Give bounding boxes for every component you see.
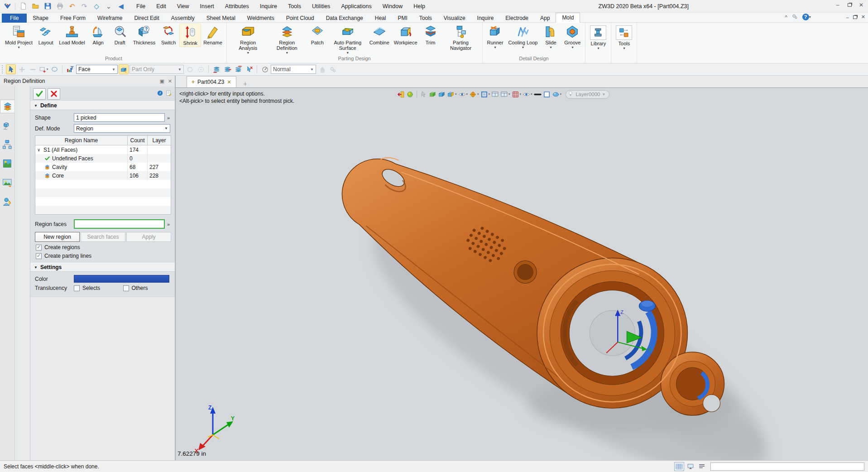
checkbox-icon[interactable] [36, 253, 42, 259]
workpiece-button[interactable]: Workpiece [392, 24, 420, 46]
pick-last-icon[interactable] [244, 64, 254, 74]
info-icon[interactable]: i [157, 90, 163, 98]
ribbon-tab-sheet-metal[interactable]: Sheet Metal [201, 14, 241, 23]
ribbon-tab-weldments[interactable]: Weldments [241, 14, 280, 23]
pick-gimbal-icon[interactable] [196, 64, 206, 74]
show-hide-icon[interactable]: ▾ [458, 90, 468, 99]
region-manager-icon[interactable] [0, 100, 14, 113]
region-faces-options-icon[interactable]: » [165, 222, 172, 227]
print-icon[interactable] [55, 2, 64, 11]
insert-last-icon[interactable] [233, 64, 243, 74]
menu-insert[interactable]: Insert [196, 2, 219, 11]
ribbon-tab-mold[interactable]: Mold [556, 13, 580, 23]
combine-button[interactable]: Combine [367, 24, 392, 46]
view-selector-icon[interactable]: ◇ [92, 2, 101, 11]
draft-button[interactable]: Draft [109, 24, 131, 46]
shape-input[interactable]: 1 picked [74, 113, 165, 122]
minimize-icon[interactable]: – [834, 2, 841, 8]
graphics-area[interactable]: Z Y <right-click> for entity input optio… [176, 87, 868, 460]
filter-icon[interactable] [65, 64, 75, 74]
zoom-window-icon[interactable] [491, 90, 499, 99]
ribbon-tab-data-exchange[interactable]: Data Exchange [320, 14, 369, 23]
appearance-icon[interactable]: ▾ [552, 90, 562, 99]
checkbox-icon[interactable] [123, 285, 129, 291]
menu-edit[interactable]: Edit [152, 2, 171, 11]
back-icon[interactable]: ◀ [116, 2, 125, 11]
open-file-icon[interactable] [31, 2, 40, 11]
new-tab-button[interactable]: + [241, 80, 250, 87]
lasso-pick-icon[interactable] [49, 64, 59, 74]
cooling-loop-button[interactable]: Cooling Loop▾ [506, 24, 540, 50]
menu-help[interactable]: Help [409, 2, 430, 11]
patch-button[interactable]: Patch [307, 24, 328, 46]
pick-arrow-icon[interactable] [6, 64, 16, 74]
menu-attributes[interactable]: Attributes [221, 2, 254, 11]
close-icon[interactable]: ✕ [858, 2, 864, 8]
define-section-header[interactable]: ▼ Define [30, 101, 175, 110]
table-row-s1-all-faces-[interactable]: ∨S1 (All Faces)174 [35, 145, 171, 154]
doc-close-icon[interactable]: ✕ [861, 14, 865, 20]
status-input[interactable] [710, 462, 864, 471]
parting-navigator-button[interactable]: Parting Navigator [441, 24, 480, 52]
apply-button[interactable]: Apply [126, 232, 171, 242]
region-color-swatch[interactable] [74, 275, 169, 283]
visibility-icon[interactable]: ▾ [523, 90, 532, 99]
view-manager-icon[interactable] [0, 176, 14, 189]
auto-parting-surface-button[interactable]: Auto Parting Surface▾ [328, 24, 367, 56]
restore-icon[interactable] [846, 2, 853, 8]
da-settings-icon[interactable] [328, 64, 338, 74]
search-faces-button[interactable]: Search faces [81, 232, 125, 242]
ribbon-tab-free-form[interactable]: Free Form [54, 14, 91, 23]
switch-button[interactable]: Switch [158, 24, 179, 46]
shrink-button[interactable]: Shrink [179, 24, 201, 47]
insert-middle-icon[interactable] [222, 64, 232, 74]
tab-close-icon[interactable]: ✕ [227, 79, 231, 85]
new-region-button[interactable]: New region [35, 232, 80, 242]
inherit-color-icon[interactable] [406, 90, 414, 99]
toolbar-grip[interactable] [2, 65, 4, 73]
help-icon[interactable]: ?▾ [802, 14, 811, 20]
point-style-icon[interactable]: ▾ [469, 90, 479, 99]
add-pick-icon[interactable] [17, 64, 27, 74]
status-grid-icon[interactable] [674, 462, 684, 471]
library-button[interactable]: Library▾ [587, 24, 609, 51]
checkbox-others[interactable]: Others [123, 285, 173, 291]
ribbon-tab-visualize[interactable]: Visualize [438, 14, 471, 23]
new-file-icon[interactable] [19, 2, 28, 11]
curve-style-icon[interactable]: ▾ [480, 90, 490, 99]
section-grid-icon[interactable]: ▾ [512, 90, 522, 99]
checkbox-selects[interactable]: Selects [74, 285, 123, 291]
status-list-icon[interactable] [697, 462, 707, 471]
groove-button[interactable]: Groove▾ [561, 24, 583, 50]
tools-button[interactable]: Tools▾ [613, 24, 635, 51]
ribbon-tab-direct-edit[interactable]: Direct Edit [128, 14, 165, 23]
part-3d-view[interactable]: Z Y [176, 88, 868, 460]
expand-icon[interactable]: ∨ [37, 147, 42, 152]
checkbox-create-parting-lines[interactable]: Create parting lines [30, 251, 175, 260]
status-monitor-icon[interactable] [686, 462, 695, 471]
settings-gear-icon[interactable] [791, 13, 798, 21]
orientation-combo[interactable]: Normal▼ [271, 65, 316, 74]
layer-select[interactable]: Layer0000▼ [566, 90, 609, 99]
trim-button[interactable]: Trim [420, 24, 441, 46]
ribbon-tab-assembly[interactable]: Assembly [165, 14, 201, 23]
table-row-core[interactable]: Core106228 [35, 171, 171, 180]
ribbon-tab-shape[interactable]: Shape [27, 14, 54, 23]
drag-icon[interactable] [317, 64, 327, 74]
menu-window[interactable]: Window [378, 2, 407, 11]
display-mode-icon[interactable]: ▾ [447, 90, 457, 99]
save-icon[interactable] [43, 2, 52, 11]
region-faces-input[interactable] [74, 219, 165, 229]
menu-utilities[interactable]: Utilities [307, 2, 335, 11]
insert-first-icon[interactable] [211, 64, 221, 74]
toolbar-options-icon[interactable]: ⌄ [104, 2, 113, 11]
doc-restore-icon[interactable] [853, 14, 857, 20]
pick-region-icon[interactable] [185, 64, 195, 74]
document-tab[interactable]: + Part004.Z3 ✕ [187, 76, 236, 87]
layout-button[interactable]: Layout [35, 24, 57, 46]
cancel-button[interactable] [48, 88, 60, 100]
ribbon-tab-inquire[interactable]: Inquire [471, 14, 500, 23]
ribbon-tab-tools[interactable]: Tools [413, 14, 438, 23]
mold-project-button[interactable]: Mold Project▾ [3, 24, 35, 50]
undo-icon[interactable]: ↶ [67, 2, 77, 11]
